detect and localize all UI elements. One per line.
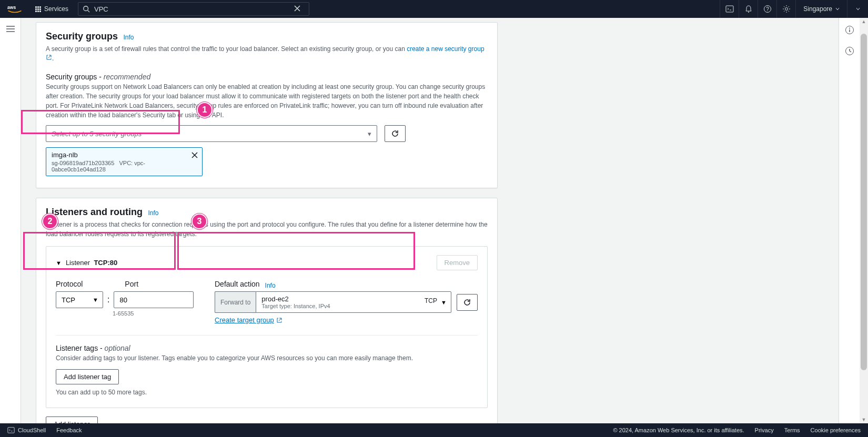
security-groups-panel: Security groups Info A security group is… xyxy=(36,22,498,188)
refresh-tg-button[interactable] xyxy=(457,294,478,311)
sg-field-help: Security groups support on Network Load … xyxy=(46,82,488,120)
info-icon xyxy=(845,25,854,35)
listener-card: ▼ Listener TCP:80 Remove Protocol Port xyxy=(46,246,488,408)
sg-field-label: Security groups - recommended xyxy=(46,73,488,81)
target-group-select[interactable]: prod-ec2 Target type: Instance, IPv4 TCP… xyxy=(256,291,451,313)
search-clear-button[interactable] xyxy=(290,5,305,13)
create-target-group-link[interactable]: Create target group xyxy=(215,316,282,324)
port-range-help: 1-65535 xyxy=(113,310,203,317)
security-groups-select[interactable]: Select up to 5 security groups ▾ xyxy=(46,125,377,142)
listeners-panel: Listeners and routing Info A listener is… xyxy=(36,198,498,423)
notifications-button[interactable] xyxy=(739,0,758,18)
external-link-icon xyxy=(46,54,52,60)
tags-remaining-help: You can add up to 50 more tags. xyxy=(56,388,478,397)
search-icon xyxy=(83,5,90,13)
help-icon: ? xyxy=(763,5,772,13)
svg-line-22 xyxy=(48,55,51,58)
svg-point-10 xyxy=(785,8,788,11)
annotation-bubble-3: 3 xyxy=(191,214,207,229)
svg-line-18 xyxy=(788,6,789,7)
info-link[interactable]: Info xyxy=(123,34,134,41)
help-button[interactable]: ? xyxy=(758,0,776,18)
svg-line-2 xyxy=(88,11,90,13)
colon-separator: : xyxy=(107,295,109,304)
menu-icon xyxy=(6,25,15,33)
services-menu[interactable]: Services xyxy=(29,0,75,18)
refresh-icon xyxy=(391,129,399,138)
gear-icon xyxy=(782,5,791,13)
info-link[interactable]: Info xyxy=(265,282,276,289)
svg-line-16 xyxy=(788,11,789,12)
scrollbar-thumb[interactable] xyxy=(861,34,867,370)
right-tools-panel xyxy=(839,18,860,423)
clock-icon xyxy=(845,46,854,56)
side-nav-toggle[interactable] xyxy=(6,25,15,423)
sg-token-name: imga-nlb xyxy=(52,151,197,159)
sg-token-id: sg-096819ad71b203365 xyxy=(52,160,114,166)
protocol-label: Protocol xyxy=(56,280,83,288)
grid-icon xyxy=(35,6,41,12)
panel-description: A listener is a process that checks for … xyxy=(46,220,488,239)
svg-point-27 xyxy=(849,28,850,29)
caret-down-icon: ▼ xyxy=(93,297,98,303)
svg-line-31 xyxy=(850,51,851,52)
annotation-bubble-2: 2 xyxy=(42,214,58,229)
svg-rect-5 xyxy=(726,6,733,12)
forward-to-label: Forward to xyxy=(215,291,256,313)
svg-line-25 xyxy=(279,318,281,321)
add-listener-tag-button[interactable]: Add listener tag xyxy=(56,369,119,384)
main-content: 1 2 3 Security groups Info A security gr… xyxy=(21,18,839,423)
listener-toggle[interactable]: ▼ Listener TCP:80 xyxy=(56,259,117,267)
global-search[interactable] xyxy=(78,2,309,16)
caret-down-icon xyxy=(835,7,840,11)
account-selector[interactable] xyxy=(847,0,868,18)
port-label: Port xyxy=(125,280,138,288)
scrollbar[interactable]: ▲ ▼ xyxy=(860,18,868,423)
port-input[interactable] xyxy=(114,291,194,308)
search-input[interactable] xyxy=(94,5,286,13)
aws-logo[interactable]: aws xyxy=(0,0,29,18)
clock-panel-toggle[interactable] xyxy=(845,46,854,58)
refresh-sg-button[interactable] xyxy=(385,125,406,142)
terminal-icon xyxy=(725,5,734,13)
svg-line-15 xyxy=(784,6,785,7)
default-action-label: Default action xyxy=(215,280,260,288)
caret-down-icon: ▾ xyxy=(368,130,371,138)
scroll-down-button[interactable]: ▼ xyxy=(860,416,868,423)
protocol-select[interactable]: TCP ▼ xyxy=(56,291,103,308)
svg-text:?: ? xyxy=(766,6,769,12)
close-icon xyxy=(294,5,300,12)
svg-line-17 xyxy=(784,11,785,12)
info-link[interactable]: Info xyxy=(148,209,158,217)
scroll-up-button[interactable]: ▲ xyxy=(860,18,868,25)
services-label: Services xyxy=(44,5,68,13)
refresh-icon xyxy=(463,298,471,307)
triangle-down-icon: ▼ xyxy=(56,260,62,266)
region-selector[interactable]: Singapore xyxy=(795,0,847,18)
panel-description: A security group is a set of firewall ru… xyxy=(46,44,488,63)
caret-down-icon xyxy=(856,7,860,11)
selected-sg-token: imga-nlb sg-096819ad71b203365 VPC: vpc-0… xyxy=(46,147,203,176)
close-icon xyxy=(191,152,198,158)
top-nav: aws Services ? Singapore xyxy=(0,0,868,18)
svg-text:aws: aws xyxy=(7,5,16,11)
cloudshell-icon-button[interactable] xyxy=(720,0,739,18)
help-panel-toggle[interactable] xyxy=(845,25,854,37)
caret-down-icon: ▼ xyxy=(441,299,447,306)
tags-label: Listener tags - optional xyxy=(56,344,478,352)
panel-title: Security groups xyxy=(46,31,118,42)
annotation-bubble-1: 1 xyxy=(197,102,213,118)
sg-token-remove[interactable] xyxy=(191,151,198,160)
add-listener-button[interactable]: Add listener xyxy=(46,416,98,423)
external-link-icon xyxy=(276,317,282,323)
svg-point-7 xyxy=(748,12,749,13)
settings-button[interactable] xyxy=(776,0,795,18)
bell-icon xyxy=(744,5,753,13)
remove-listener-button[interactable]: Remove xyxy=(437,255,478,270)
svg-point-1 xyxy=(84,6,88,11)
side-nav-collapsed xyxy=(0,18,21,423)
tags-help: Consider adding tags to your listener. T… xyxy=(56,353,478,363)
panel-title: Listeners and routing xyxy=(46,207,143,218)
